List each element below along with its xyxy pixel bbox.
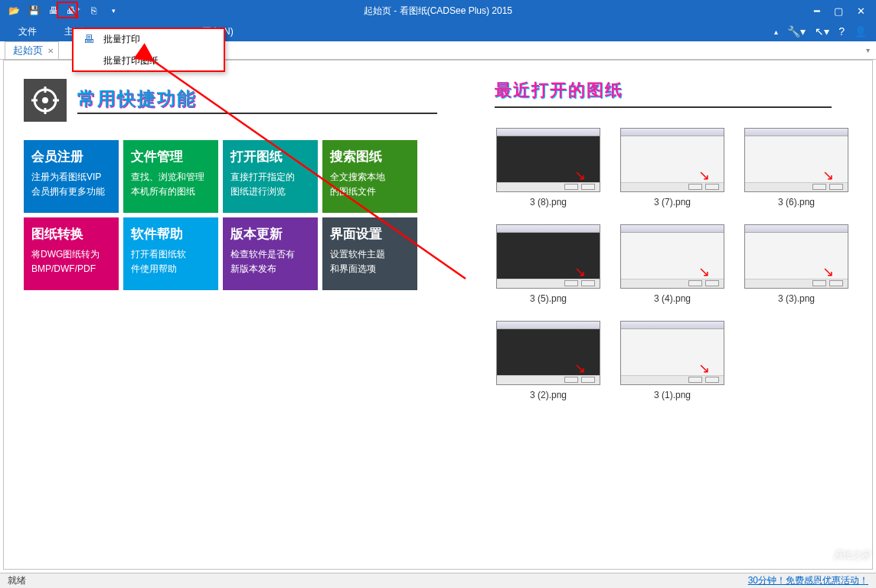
- minimize-button[interactable]: ━: [814, 5, 820, 17]
- tiles-grid: 会员注册 注册为看图纸VIP会员拥有更多功能文件管理 查找、浏览和管理本机所有的…: [24, 140, 441, 290]
- status-bar: 就绪 30分钟！免费感恩优惠活动！: [0, 573, 876, 588]
- tile-title: 版本更新: [230, 225, 310, 243]
- maximize-button[interactable]: ▢: [834, 5, 843, 17]
- recent-file-item[interactable]: ↘3 (2).png: [495, 321, 602, 400]
- tile-desc: 将DWG图纸转为BMP/DWF/PDF: [31, 247, 111, 276]
- thumbnail: ↘: [744, 224, 848, 289]
- tile-title: 打开图纸: [230, 148, 310, 165]
- batch-print-dropdown: 🖶 批量打印 批量打印图纸: [72, 28, 225, 72]
- tile-4[interactable]: 图纸转换 将DWG图纸转为BMP/DWF/PDF: [24, 217, 119, 290]
- menu-right: ▴ 🔧▾ ↖▾ ? 👤: [774, 25, 871, 38]
- recent-files-grid: ↘3 (8).png ↘3 (7).png ↘3 (6).png ↘3 (5).…: [495, 128, 852, 400]
- thumbnail-caption: 3 (5).png: [530, 293, 567, 304]
- divider: [77, 113, 437, 114]
- thumbnail-caption: 3 (6).png: [778, 197, 815, 207]
- user-icon[interactable]: 👤: [854, 25, 867, 38]
- recent-files-title: 最近打开的图纸: [495, 79, 852, 102]
- tile-title: 搜索图纸: [330, 148, 410, 165]
- thumbnail-caption: 3 (1).png: [654, 390, 691, 400]
- tile-title: 软件帮助: [131, 225, 211, 243]
- help-icon[interactable]: ?: [838, 25, 845, 38]
- tab-close-icon[interactable]: ✕: [47, 47, 54, 55]
- thumbnail: ↘: [620, 224, 724, 289]
- divider: [495, 106, 832, 108]
- chevron-up-icon[interactable]: ▴: [774, 28, 778, 36]
- blank-icon: [82, 54, 96, 67]
- cursor-icon[interactable]: ↖▾: [815, 25, 829, 38]
- tile-title: 会员注册: [31, 148, 111, 165]
- batch-print-icon[interactable]: 🖶⁺: [66, 3, 81, 18]
- svg-point-4: [806, 549, 809, 553]
- recent-file-item[interactable]: ↘3 (4).png: [619, 224, 726, 304]
- save-icon[interactable]: 💾: [26, 3, 41, 18]
- title-bar: 📂 💾 🖶 🖶⁺ ⎘ ▾ 起始页 - 看图纸(CADSee Plus) 2015…: [0, 0, 876, 21]
- thumbnail: ↘: [620, 128, 724, 192]
- thumbnail-caption: 3 (7).png: [654, 197, 691, 207]
- window-controls: ━ ▢ ✕: [814, 5, 876, 17]
- wrench-icon[interactable]: 🔧▾: [787, 25, 806, 38]
- watermark-text: 系统之家: [833, 549, 870, 562]
- tile-desc: 检查软件是否有新版本发布: [230, 247, 310, 276]
- app-title: 起始页 - 看图纸(CADSee Plus) 2015: [364, 5, 512, 18]
- tile-desc: 注册为看图纸VIP会员拥有更多功能: [31, 170, 111, 198]
- dropdown-item-batch-print-drawings[interactable]: 批量打印图纸: [73, 50, 224, 71]
- tile-desc: 设置软件主题和界面选项: [330, 247, 410, 276]
- thumbnail: ↘: [744, 128, 848, 192]
- watermark: 系统之家: [801, 544, 870, 567]
- qat-dropdown-icon[interactable]: ▾: [106, 3, 121, 18]
- recent-file-item[interactable]: ↘3 (3).png: [743, 224, 850, 304]
- thumbnail: ↘: [496, 224, 600, 289]
- tab-overflow-icon[interactable]: ▾: [866, 46, 870, 54]
- thumbnail-caption: 3 (2).png: [530, 390, 567, 400]
- quick-functions-section: 常用快捷功能 会员注册 注册为看图纸VIP会员拥有更多功能文件管理 查找、浏览和…: [24, 79, 441, 400]
- thumbnail-caption: 3 (3).png: [778, 293, 815, 304]
- content-area: 常用快捷功能 会员注册 注册为看图纸VIP会员拥有更多功能文件管理 查找、浏览和…: [3, 60, 873, 570]
- svg-point-3: [42, 97, 48, 103]
- dropdown-item-batch-print[interactable]: 🖶 批量打印: [73, 28, 224, 50]
- recent-file-item[interactable]: ↘3 (6).png: [743, 128, 850, 207]
- tile-5[interactable]: 软件帮助 打开看图纸软件使用帮助: [123, 217, 218, 290]
- thumbnail: ↘: [496, 321, 600, 385]
- recent-file-item[interactable]: ↘3 (8).png: [495, 128, 602, 207]
- thumbnail-caption: 3 (4).png: [654, 293, 691, 304]
- tile-desc: 打开看图纸软件使用帮助: [131, 247, 211, 276]
- tile-6[interactable]: 版本更新 检查软件是否有新版本发布: [223, 217, 318, 290]
- tile-1[interactable]: 文件管理 查找、浏览和管理本机所有的图纸: [123, 140, 218, 213]
- status-text: 就绪: [8, 574, 26, 587]
- recent-file-item[interactable]: ↘3 (1).png: [619, 321, 726, 400]
- recent-file-item[interactable]: ↘3 (7).png: [619, 128, 726, 207]
- menu-file[interactable]: 文件: [5, 22, 51, 41]
- tile-3[interactable]: 搜索图纸 全文搜索本地的图纸文件: [322, 140, 417, 213]
- recent-files-section: 最近打开的图纸 ↘3 (8).png ↘3 (7).png ↘3 (6).png…: [495, 79, 852, 400]
- tile-title: 界面设置: [330, 225, 410, 243]
- tile-title: 图纸转换: [31, 225, 111, 243]
- quick-functions-title: 常用快捷功能: [77, 87, 437, 111]
- thumbnail: ↘: [496, 128, 600, 192]
- open-icon[interactable]: 📂: [6, 3, 21, 18]
- close-button[interactable]: ✕: [857, 5, 865, 17]
- tile-desc: 全文搜索本地的图纸文件: [330, 170, 410, 198]
- app-logo: [24, 79, 67, 122]
- quick-access-toolbar: 📂 💾 🖶 🖶⁺ ⎘ ▾: [0, 3, 121, 18]
- recent-file-item[interactable]: ↘3 (5).png: [495, 224, 602, 304]
- thumbnail: ↘: [620, 321, 724, 385]
- tile-2[interactable]: 打开图纸 直接打开指定的图纸进行浏览: [223, 140, 318, 213]
- tab-label: 起始页: [13, 44, 43, 57]
- dropdown-item-label: 批量打印图纸: [103, 54, 159, 67]
- tile-0[interactable]: 会员注册 注册为看图纸VIP会员拥有更多功能: [24, 140, 119, 213]
- tile-desc: 直接打开指定的图纸进行浏览: [230, 170, 310, 198]
- export-icon[interactable]: ⎘: [86, 3, 101, 18]
- print-icon[interactable]: 🖶: [46, 3, 61, 18]
- tab-start-page[interactable]: 起始页 ✕: [5, 41, 59, 59]
- tile-title: 文件管理: [131, 148, 211, 165]
- tile-7[interactable]: 界面设置 设置软件主题和界面选项: [322, 217, 417, 290]
- promo-link[interactable]: 30分钟！免费感恩优惠活动！: [748, 574, 868, 587]
- thumbnail-caption: 3 (8).png: [530, 197, 567, 207]
- printer-icon: 🖶: [82, 32, 96, 46]
- dropdown-item-label: 批量打印: [103, 33, 140, 46]
- tile-desc: 查找、浏览和管理本机所有的图纸: [131, 170, 211, 198]
